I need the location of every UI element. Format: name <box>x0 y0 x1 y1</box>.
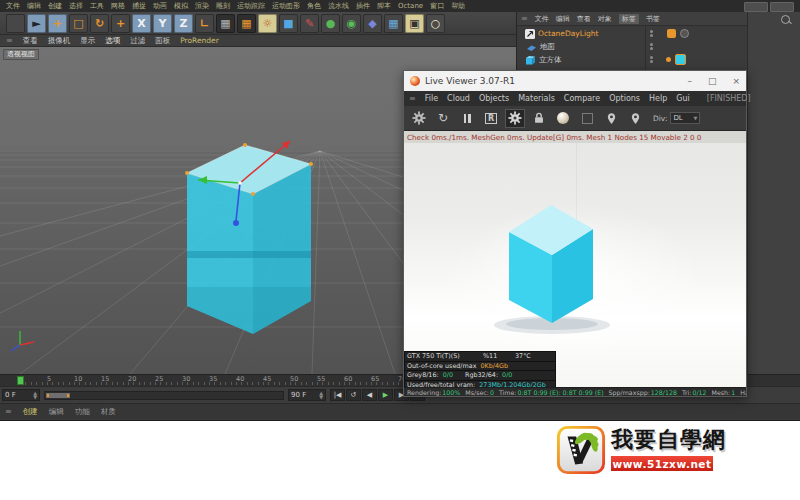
pause-render-icon[interactable] <box>457 109 477 128</box>
viewport-menu-item[interactable]: 面板 <box>155 36 170 46</box>
menu-item[interactable]: 雕刻 <box>216 1 230 11</box>
toolbar-icon[interactable]: ► <box>27 14 46 33</box>
timeline-playhead[interactable] <box>17 376 24 385</box>
toolbar-icon[interactable]: ▦ <box>384 14 403 33</box>
menu-item[interactable]: 窗口 <box>430 1 444 11</box>
toolbar-icon[interactable]: X <box>132 14 151 33</box>
toolbar-icon[interactable]: ↻ <box>90 14 109 33</box>
search-icon[interactable] <box>781 15 790 24</box>
lv-settings-icon[interactable] <box>505 109 525 128</box>
menu-item[interactable]: 运动跟踪 <box>237 1 265 11</box>
menu-item[interactable]: 编辑 <box>27 1 41 11</box>
lv-menu-item[interactable]: Cloud <box>447 94 470 103</box>
start-frame-field[interactable]: 0 F▲▼ <box>2 389 40 401</box>
visibility-dots[interactable] <box>650 30 653 37</box>
object-pin-icon[interactable] <box>625 109 645 128</box>
om-menu-item[interactable]: 编辑 <box>556 14 570 24</box>
lv-menu-item[interactable]: Objects <box>479 94 509 103</box>
visibility-dots[interactable] <box>650 43 653 50</box>
lv-menu-item[interactable]: Help <box>649 94 667 103</box>
om-menu-item[interactable]: 对象 <box>598 14 612 24</box>
menu-item[interactable]: 流水线 <box>328 1 349 11</box>
range-slider-handle[interactable] <box>46 393 70 398</box>
material-menu-item[interactable]: 材质 <box>101 407 116 417</box>
menu-item[interactable]: 插件 <box>356 1 370 11</box>
viewport-menu-item[interactable]: 显示 <box>80 36 95 46</box>
lv-menu-item[interactable]: Gui <box>676 94 690 103</box>
panel-menu-icon[interactable]: ≡ <box>6 36 13 45</box>
toolbar-icon[interactable]: ▦ <box>237 14 256 33</box>
menu-item[interactable]: 创建 <box>48 1 62 11</box>
object-row-cube[interactable]: 立方体 <box>517 53 748 66</box>
material-ball-icon[interactable] <box>553 109 573 128</box>
toolbar-icon[interactable]: Y <box>153 14 172 33</box>
viewport-menu-item[interactable]: 摄像机 <box>48 36 71 46</box>
transport-button[interactable]: ↺ <box>346 389 361 401</box>
minimize-button[interactable]: – <box>687 76 692 86</box>
object-row-floor[interactable]: 地面 <box>517 40 748 53</box>
panel-menu-icon[interactable]: ≡ <box>5 407 12 416</box>
viewport-menu-item[interactable]: 选项 <box>105 36 120 46</box>
menu-item[interactable]: 角色 <box>307 1 321 11</box>
toolbar-icon[interactable]: + <box>111 14 130 33</box>
region-render-icon[interactable]: R <box>481 109 501 128</box>
toolbar-icon[interactable]: ○ <box>426 14 445 33</box>
layout-preset-tab[interactable] <box>744 2 768 12</box>
toolbar-icon[interactable]: + <box>48 14 67 33</box>
toolbar-icon[interactable]: ◆ <box>363 14 382 33</box>
panel-menu-icon[interactable]: ≡ <box>409 94 416 103</box>
menu-item[interactable]: 脚本 <box>377 1 391 11</box>
object-row-octanedaylight[interactable]: OctaneDayLight <box>517 27 748 40</box>
om-menu-item[interactable]: 查看 <box>577 14 591 24</box>
lock-resolution-icon[interactable] <box>529 109 549 128</box>
viewport-menu-item[interactable]: ProRender <box>180 36 219 46</box>
material-menu-item[interactable]: 编辑 <box>49 407 64 417</box>
end-frame-field[interactable]: 90 F▲▼ <box>288 389 326 401</box>
toolbar-icon[interactable]: ◉ <box>342 14 361 33</box>
toolbar-icon[interactable]: Z <box>174 14 193 33</box>
menu-item[interactable]: 选择 <box>69 1 83 11</box>
menu-item[interactable]: 模拟 <box>174 1 188 11</box>
menu-item[interactable]: 网格 <box>111 1 125 11</box>
kernel-settings-icon[interactable] <box>409 109 429 128</box>
menu-item[interactable]: 文件 <box>6 1 20 11</box>
toolbar-icon[interactable]: ✎ <box>300 14 319 33</box>
octane-object-tag-icon[interactable] <box>666 57 671 62</box>
menu-item[interactable]: 工具 <box>90 1 104 11</box>
material-tag-icon-selected[interactable] <box>675 54 686 65</box>
om-menu-item[interactable]: 标签 <box>619 14 639 24</box>
viewport-menu-item[interactable]: 查看 <box>23 36 38 46</box>
lv-menu-item[interactable]: File <box>425 94 438 103</box>
menu-item[interactable]: 渲染 <box>195 1 209 11</box>
visibility-dots[interactable] <box>650 56 653 63</box>
menu-item[interactable]: 动画 <box>153 1 167 11</box>
menu-item[interactable]: 帮助 <box>451 1 465 11</box>
menu-item[interactable]: 运动图形 <box>272 1 300 11</box>
live-viewer-titlebar[interactable]: Live Viewer 3.07-R1 – □ × <box>404 71 746 91</box>
tag-icon[interactable] <box>680 29 689 38</box>
div-dropdown[interactable]: DL▼ <box>670 112 700 124</box>
transport-button[interactable]: |◀ <box>330 389 345 401</box>
camera-pin-icon[interactable] <box>601 109 621 128</box>
transport-button[interactable]: ◀ <box>362 389 377 401</box>
transport-button[interactable]: ▶ <box>378 389 393 401</box>
toolbar-icon[interactable]: ● <box>321 14 340 33</box>
toolbar-icon[interactable]: ☼ <box>258 14 277 33</box>
layout-preset-tab[interactable] <box>770 2 794 12</box>
lv-menu-item[interactable]: Options <box>609 94 640 103</box>
material-menu-item[interactable]: 功能 <box>75 407 90 417</box>
focus-pick-icon[interactable] <box>577 109 597 128</box>
viewport-menu-item[interactable]: 过滤 <box>130 36 145 46</box>
cube-object[interactable] <box>187 145 311 334</box>
toolbar-icon[interactable]: ▦ <box>216 14 235 33</box>
close-button[interactable]: × <box>732 76 740 86</box>
toolbar-icon[interactable] <box>6 14 25 33</box>
restart-render-icon[interactable]: ↻ <box>433 109 453 128</box>
om-menu-item[interactable]: 文件 <box>535 14 549 24</box>
panel-menu-icon[interactable]: ≡ <box>521 14 528 23</box>
frame-range-slider[interactable] <box>44 391 284 400</box>
lv-menu-item[interactable]: Compare <box>564 94 600 103</box>
material-menu-item[interactable]: 创建 <box>23 407 38 417</box>
maximize-button[interactable]: □ <box>708 76 717 86</box>
toolbar-icon[interactable]: ▣ <box>405 14 424 33</box>
